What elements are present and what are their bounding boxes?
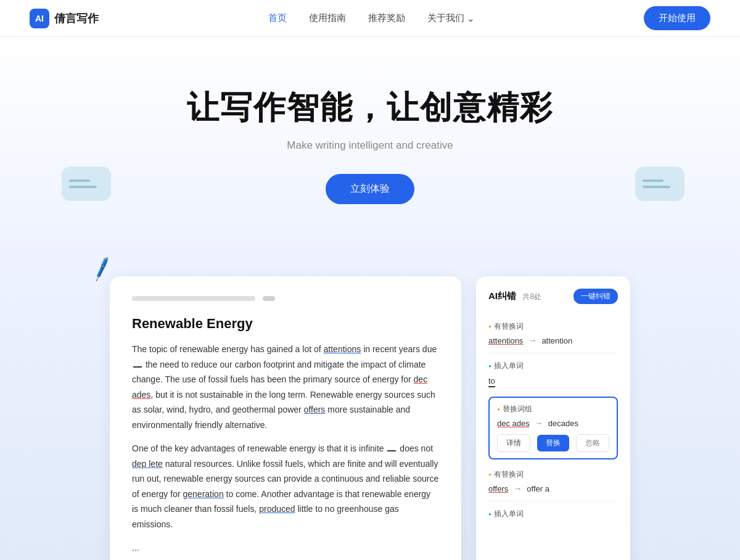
toolbar-bar bbox=[132, 296, 255, 301]
nav-links: 首页 使用指南 推荐奖励 关于我们 ⌄ bbox=[268, 12, 475, 24]
hero-title: 让写作智能，让创意精彩 bbox=[30, 86, 710, 130]
logo[interactable]: AI 倩言写作 bbox=[30, 9, 99, 28]
bubble-line bbox=[643, 186, 670, 188]
start-button[interactable]: 开始使用 bbox=[644, 6, 710, 30]
ai-correction-panel: AI纠错 共8处 一键纠错 有替换词 attentions → attentio… bbox=[476, 276, 630, 560]
bubble-line bbox=[69, 179, 90, 182]
toolbar-dot bbox=[263, 296, 275, 301]
bubble-line bbox=[643, 179, 664, 182]
replace-button[interactable]: 替换 bbox=[537, 435, 569, 451]
hero-subtitle: Make writing intelligent and creative bbox=[30, 139, 710, 152]
correction-arrow: dec ades → decades bbox=[497, 418, 609, 428]
correction-old-word: attentions bbox=[488, 336, 523, 345]
bubble-line bbox=[69, 186, 97, 188]
blank-to bbox=[133, 366, 142, 368]
nav-item-guide[interactable]: 使用指南 bbox=[309, 12, 346, 24]
correction-type-label: 有替换词 bbox=[488, 469, 618, 480]
chat-bubble-right bbox=[635, 167, 684, 201]
ai-panel-title: AI纠错 bbox=[488, 290, 516, 301]
chevron-down-icon: ⌄ bbox=[467, 13, 475, 24]
nav-item-reward[interactable]: 推荐奖励 bbox=[368, 12, 405, 24]
ai-panel-count: 共8处 bbox=[522, 292, 541, 301]
editor-paragraph-2: One of the key advantages of renewable e… bbox=[132, 441, 439, 532]
hero-section: 让写作智能，让创意精彩 Make writing intelligent and… bbox=[0, 37, 740, 247]
detail-button[interactable]: 详情 bbox=[497, 434, 530, 452]
correction-actions: 详情 替换 忽略 bbox=[497, 434, 609, 452]
one-click-correct-button[interactable]: 一键纠错 bbox=[574, 289, 618, 304]
nav-item-about[interactable]: 关于我们 ⌄ bbox=[427, 12, 475, 24]
error-produced: produced bbox=[259, 504, 295, 514]
correction-new-word: decades bbox=[548, 419, 578, 428]
logo-text: 倩言写作 bbox=[54, 11, 99, 26]
correction-item-2: 插入单词 to bbox=[488, 353, 618, 394]
correction-item-1: 有替换词 attentions → attention bbox=[488, 314, 618, 353]
blank-2 bbox=[387, 450, 396, 451]
editor-ellipsis: ... bbox=[132, 540, 439, 556]
error-offers: offers bbox=[304, 405, 326, 414]
ignore-button[interactable]: 忽略 bbox=[576, 434, 609, 452]
editor-toolbar bbox=[132, 296, 439, 301]
ai-panel-header: AI纠错 共8处 一键纠错 bbox=[488, 289, 618, 304]
logo-icon: AI bbox=[30, 9, 49, 28]
error-attentions: attentions bbox=[324, 344, 361, 354]
editor-paragraph-1: The topic of renewable energy has gained… bbox=[132, 342, 439, 432]
correction-item-4: 有替换词 offers → offer a bbox=[488, 462, 618, 501]
correction-item-5: 插入单词 bbox=[488, 501, 618, 530]
correction-new-word: attention bbox=[541, 336, 572, 345]
navigation: AI 倩言写作 首页 使用指南 推荐奖励 关于我们 ⌄ 开始使用 bbox=[0, 0, 740, 37]
correction-arrow: attentions → attention bbox=[488, 336, 618, 345]
correction-type-label: 替换词组 bbox=[497, 404, 609, 414]
hero-cta-button[interactable]: 立刻体验 bbox=[326, 174, 414, 204]
editor-title: Renewable Energy bbox=[132, 316, 439, 332]
arrow-icon: → bbox=[528, 336, 536, 345]
editor-card: Renewable Energy The topic of renewable … bbox=[110, 276, 461, 560]
correction-old-word: dec ades bbox=[497, 419, 530, 428]
pencil-icon: 🖊️ bbox=[88, 256, 115, 282]
chat-bubble-left bbox=[62, 167, 111, 201]
ai-panel-title-group: AI纠错 共8处 bbox=[488, 290, 541, 302]
error-deplete: dep lete bbox=[132, 459, 163, 469]
error-generation: generation bbox=[183, 489, 224, 499]
error-decades: dec ades bbox=[132, 374, 427, 400]
nav-item-home[interactable]: 首页 bbox=[268, 12, 287, 24]
correction-arrow: offers → offer a bbox=[488, 484, 618, 493]
correction-item-3: 替换词组 dec ades → decades 详情 替换 忽略 bbox=[488, 397, 618, 459]
arrow-icon: → bbox=[535, 418, 543, 428]
insert-word: to bbox=[488, 375, 618, 386]
correction-type-label: 插入单词 bbox=[488, 361, 618, 371]
arrow-icon: → bbox=[513, 484, 522, 493]
editor-body: The topic of renewable energy has gained… bbox=[132, 342, 439, 556]
correction-type-label: 有替换词 bbox=[488, 321, 618, 332]
correction-type-label: 插入单词 bbox=[488, 509, 618, 519]
demo-section: 🖊️ Renewable Energy The topic of renewab… bbox=[0, 247, 740, 560]
correction-old-word: offers bbox=[488, 484, 508, 493]
correction-new-word: offer a bbox=[527, 484, 549, 493]
insert-word-value: to bbox=[488, 376, 495, 387]
